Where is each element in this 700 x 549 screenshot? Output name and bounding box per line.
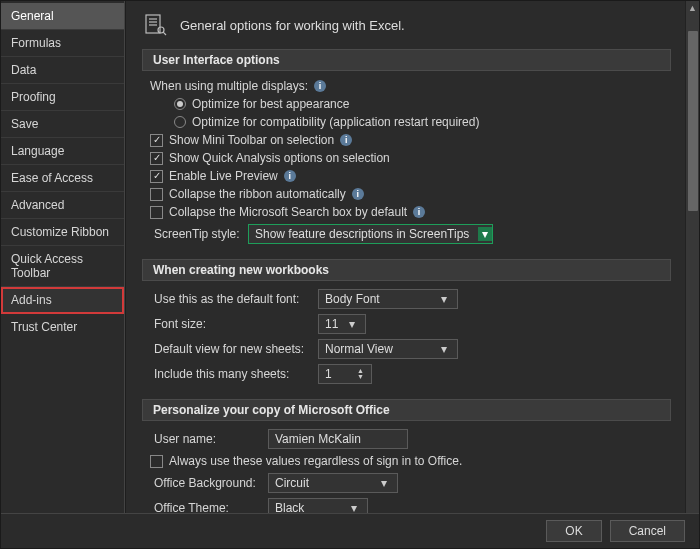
username-input[interactable]: Vamien McKalin [268, 429, 408, 449]
section-personal-title: Personalize your copy of Microsoft Offic… [142, 399, 671, 421]
content-pane: General options for working with Excel. … [125, 1, 685, 513]
default-font-label: Use this as the default font: [150, 292, 310, 306]
office-theme-label: Office Theme: [150, 501, 260, 513]
sidebar-item-trust-center[interactable]: Trust Center [1, 314, 124, 340]
sidebar-item-advanced[interactable]: Advanced [1, 192, 124, 219]
sidebar-item-quick-access-toolbar[interactable]: Quick Access Toolbar [1, 246, 124, 287]
sidebar-item-add-ins[interactable]: Add-ins [1, 287, 124, 314]
default-view-select[interactable]: Normal View▾ [318, 339, 458, 359]
chevron-down-icon: ▾ [377, 476, 391, 490]
section-ui-title: User Interface options [142, 49, 671, 71]
section-wb-title: When creating new workbooks [142, 259, 671, 281]
chevron-down-icon: ▾ [437, 292, 451, 306]
chevron-down-icon: ▾ [345, 317, 359, 331]
options-dialog: General Formulas Data Proofing Save Lang… [0, 0, 700, 549]
checkbox-collapse-ribbon[interactable] [150, 188, 163, 201]
sidebar-item-formulas[interactable]: Formulas [1, 30, 124, 57]
sidebar-item-general[interactable]: General [1, 3, 124, 30]
radio-compatibility[interactable] [174, 116, 186, 128]
default-font-select[interactable]: Body Font▾ [318, 289, 458, 309]
checkbox-mini-toolbar[interactable] [150, 134, 163, 147]
scroll-up-icon[interactable]: ▲ [686, 1, 699, 15]
sidebar-item-language[interactable]: Language [1, 138, 124, 165]
svg-point-4 [158, 27, 164, 33]
checkbox-collapse-ribbon-label: Collapse the ribbon automatically [169, 187, 346, 201]
checkbox-mini-toolbar-label: Show Mini Toolbar on selection [169, 133, 334, 147]
sidebar: General Formulas Data Proofing Save Lang… [1, 1, 125, 513]
checkbox-always-use-values[interactable] [150, 455, 163, 468]
screentip-select[interactable]: Show feature descriptions in ScreenTips▾ [248, 224, 493, 244]
sidebar-item-ease-of-access[interactable]: Ease of Access [1, 165, 124, 192]
dialog-footer: OK Cancel [1, 514, 699, 548]
checkbox-live-preview-label: Enable Live Preview [169, 169, 278, 183]
general-options-icon [142, 11, 170, 39]
sidebar-item-data[interactable]: Data [1, 57, 124, 84]
default-view-label: Default view for new sheets: [150, 342, 310, 356]
scroll-thumb[interactable] [688, 31, 698, 211]
checkbox-live-preview[interactable] [150, 170, 163, 183]
office-theme-select[interactable]: Black▾ [268, 498, 368, 513]
info-icon[interactable] [314, 80, 326, 92]
chevron-down-icon: ▾ [478, 227, 492, 241]
chevron-down-icon: ▾ [437, 342, 451, 356]
ok-button[interactable]: OK [546, 520, 601, 542]
font-size-select[interactable]: 11▾ [318, 314, 366, 334]
radio-best-appearance[interactable] [174, 98, 186, 110]
screentip-label: ScreenTip style: [150, 227, 240, 241]
checkbox-always-use-values-label: Always use these values regardless of si… [169, 454, 462, 468]
cancel-button[interactable]: Cancel [610, 520, 685, 542]
username-label: User name: [150, 432, 260, 446]
sidebar-item-customize-ribbon[interactable]: Customize Ribbon [1, 219, 124, 246]
info-icon[interactable] [413, 206, 425, 218]
checkbox-collapse-search-label: Collapse the Microsoft Search box by def… [169, 205, 407, 219]
font-size-label: Font size: [150, 317, 310, 331]
office-background-label: Office Background: [150, 476, 260, 490]
info-icon[interactable] [340, 134, 352, 146]
sheet-count-label: Include this many sheets: [150, 367, 310, 381]
chevron-down-icon: ▾ [347, 501, 361, 513]
radio-compatibility-label: Optimize for compatibility (application … [192, 115, 479, 129]
checkbox-quick-analysis[interactable] [150, 152, 163, 165]
multi-displays-label: When using multiple displays: [150, 79, 308, 93]
sheet-count-spinner[interactable]: 1 ▲▼ [318, 364, 372, 384]
info-icon[interactable] [284, 170, 296, 182]
radio-best-appearance-label: Optimize for best appearance [192, 97, 349, 111]
content-scrollbar[interactable]: ▲ [685, 1, 699, 513]
checkbox-collapse-search[interactable] [150, 206, 163, 219]
sidebar-item-proofing[interactable]: Proofing [1, 84, 124, 111]
spinner-arrows-icon[interactable]: ▲▼ [357, 368, 369, 380]
info-icon[interactable] [352, 188, 364, 200]
checkbox-quick-analysis-label: Show Quick Analysis options on selection [169, 151, 390, 165]
page-title: General options for working with Excel. [180, 18, 405, 33]
office-background-select[interactable]: Circuit▾ [268, 473, 398, 493]
sidebar-item-save[interactable]: Save [1, 111, 124, 138]
svg-line-5 [163, 32, 166, 35]
